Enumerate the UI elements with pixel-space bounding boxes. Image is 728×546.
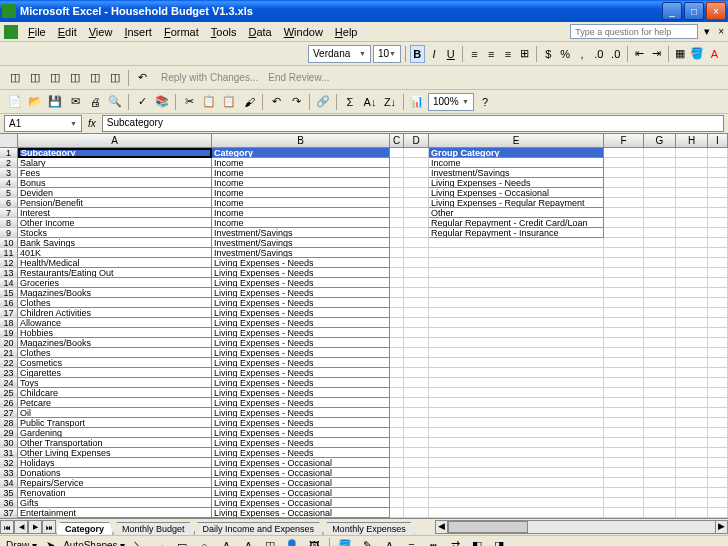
cell-A27[interactable]: Oil [18,408,212,418]
cell-C16[interactable] [390,298,404,308]
increase-decimal-button[interactable]: .0 [591,45,606,63]
cell-H19[interactable] [676,328,708,338]
cell-G34[interactable] [644,478,676,488]
cell-D29[interactable] [404,428,429,438]
cell-A33[interactable]: Donations [18,468,212,478]
review-icon-1[interactable]: ◫ [6,69,24,87]
save-button[interactable]: 💾 [46,93,64,111]
cell-A18[interactable]: Allowance [18,318,212,328]
cell-I12[interactable] [708,258,728,268]
cell-C15[interactable] [390,288,404,298]
cell-H2[interactable] [676,158,708,168]
cell-G18[interactable] [644,318,676,328]
row-header-24[interactable]: 24 [0,378,18,388]
row-header-23[interactable]: 23 [0,368,18,378]
select-all-corner[interactable] [0,134,18,147]
row-header-36[interactable]: 36 [0,498,18,508]
cell-I36[interactable] [708,498,728,508]
cell-G5[interactable] [644,188,676,198]
copy-button[interactable]: 📋 [200,93,218,111]
cell-F28[interactable] [604,418,644,428]
cell-G35[interactable] [644,488,676,498]
cell-A14[interactable]: Groceries [18,278,212,288]
row-header-22[interactable]: 22 [0,358,18,368]
cell-D27[interactable] [404,408,429,418]
cell-H6[interactable] [676,198,708,208]
cell-E16[interactable] [429,298,604,308]
row-header-31[interactable]: 31 [0,448,18,458]
cell-D24[interactable] [404,378,429,388]
undo-button[interactable]: ↶ [267,93,285,111]
cell-E35[interactable] [429,488,604,498]
cell-G30[interactable] [644,438,676,448]
cell-E21[interactable] [429,348,604,358]
cell-D31[interactable] [404,448,429,458]
row-header-18[interactable]: 18 [0,318,18,328]
cell-I32[interactable] [708,458,728,468]
cell-E14[interactable] [429,278,604,288]
cell-I37[interactable] [708,508,728,518]
cell-H33[interactable] [676,468,708,478]
fx-icon[interactable]: fx [88,118,96,129]
align-center-button[interactable]: ≡ [484,45,499,63]
cell-F36[interactable] [604,498,644,508]
row-header-27[interactable]: 27 [0,408,18,418]
cell-A26[interactable]: Petcare [18,398,212,408]
cell-B19[interactable]: Living Expenses - Needs [212,328,390,338]
cell-E29[interactable] [429,428,604,438]
column-header-G[interactable]: G [644,134,676,147]
cell-A29[interactable]: Gardening [18,428,212,438]
italic-button[interactable]: I [427,45,442,63]
cell-C11[interactable] [390,248,404,258]
review-icon-3[interactable]: ◫ [46,69,64,87]
increase-indent-button[interactable]: ⇥ [649,45,664,63]
tab-next-button[interactable]: ▶ [28,520,42,534]
cell-A6[interactable]: Pension/Benefit [18,198,212,208]
cell-F14[interactable] [604,278,644,288]
cell-I13[interactable] [708,268,728,278]
cell-H15[interactable] [676,288,708,298]
cell-F12[interactable] [604,258,644,268]
cell-E12[interactable] [429,258,604,268]
doc-close-button[interactable]: × [718,26,724,37]
cell-I34[interactable] [708,478,728,488]
cell-B15[interactable]: Living Expenses - Needs [212,288,390,298]
cell-G2[interactable] [644,158,676,168]
cell-H7[interactable] [676,208,708,218]
menu-window[interactable]: Window [278,24,329,40]
threed-icon[interactable]: ◨ [490,537,508,547]
column-header-E[interactable]: E [429,134,604,147]
cell-G1[interactable] [644,148,676,158]
cell-B24[interactable]: Living Expenses - Needs [212,378,390,388]
cell-G28[interactable] [644,418,676,428]
cell-F26[interactable] [604,398,644,408]
cell-I21[interactable] [708,348,728,358]
close-button[interactable]: × [706,2,726,20]
row-header-30[interactable]: 30 [0,438,18,448]
cell-D10[interactable] [404,238,429,248]
cell-C13[interactable] [390,268,404,278]
row-header-35[interactable]: 35 [0,488,18,498]
cell-C31[interactable] [390,448,404,458]
cell-D8[interactable] [404,218,429,228]
cell-D15[interactable] [404,288,429,298]
cell-B5[interactable]: Income [212,188,390,198]
cell-H14[interactable] [676,278,708,288]
column-header-B[interactable]: B [212,134,390,147]
line-icon[interactable]: ＼ [129,537,147,547]
currency-button[interactable]: $ [541,45,556,63]
cell-E11[interactable] [429,248,604,258]
cell-G14[interactable] [644,278,676,288]
diagram-icon[interactable]: ◫ [261,537,279,547]
cell-B22[interactable]: Living Expenses - Needs [212,358,390,368]
cell-C20[interactable] [390,338,404,348]
cell-E19[interactable] [429,328,604,338]
cell-D9[interactable] [404,228,429,238]
cell-I27[interactable] [708,408,728,418]
cell-I11[interactable] [708,248,728,258]
menu-view[interactable]: View [83,24,119,40]
cell-B1[interactable]: Category [212,148,390,158]
cell-H16[interactable] [676,298,708,308]
worksheet[interactable]: ABCDEFGHI 123456789101112131415161718192… [0,134,728,518]
cell-E15[interactable] [429,288,604,298]
